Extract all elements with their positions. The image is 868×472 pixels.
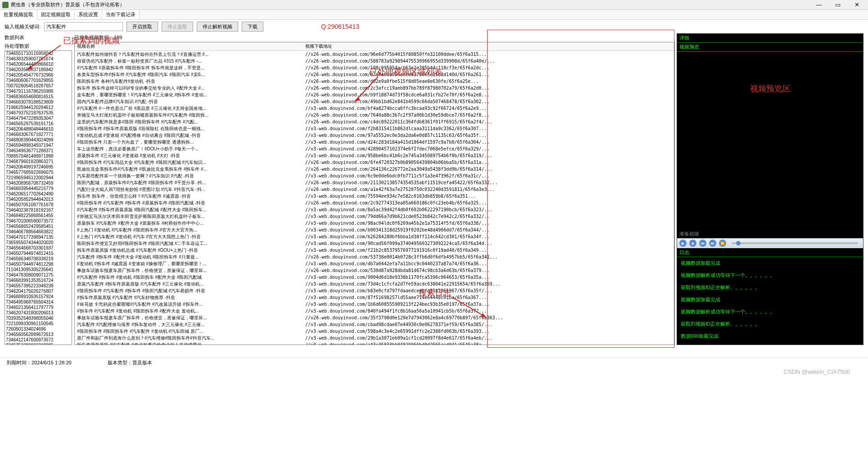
- list-item[interactable]: 7346889910935157924: [5, 294, 72, 300]
- list-item[interactable]: 7346466788564683822: [5, 229, 72, 235]
- next-icon[interactable]: ⏭: [709, 240, 716, 247]
- prev-icon[interactable]: ⏮: [699, 240, 706, 247]
- table-row[interactable]: 原装拆车 #汽车配件 #配件大全 #原装拆车 #村商创作作中中心...//v3-…: [75, 220, 674, 227]
- list-item[interactable]: 7221099330961150545: [5, 321, 72, 327]
- table-row[interactable]: 假冒伪劣汽车配件，标签一贴秒变原厂出品 #315 #汽车配件 -...//v26…: [75, 58, 674, 64]
- list-item[interactable]: 7346205454776732966: [5, 73, 72, 78]
- table-row[interactable]: #陈田拆车件 #汽车用品大全 #汽车配件 #陈田汽配城 #汽车知识...//v2…: [75, 159, 674, 166]
- table-row[interactable]: #陈田拆车件 #汽车配件 #拆车件 #陈田汽配城 #汽车易损件 -抖音//v3-…: [75, 287, 674, 294]
- table-row[interactable]: 汽车配件如何做抖音？汽车配件如何在抖音上引流？#直播运营 #...//v26-w…: [75, 51, 674, 58]
- list-item[interactable]: 7346793752187637535: [5, 110, 72, 116]
- list-item[interactable]: 7346478308009071275: [5, 272, 72, 278]
- table-row[interactable]: 原装拆车件 #三元催化 #变速箱 #发动机 #大灯 -抖音//v3-web.do…: [75, 152, 674, 159]
- list-item[interactable]: 7345753389066930085: [5, 343, 72, 345]
- table-row[interactable]: 车上这些配件，真没必要换原厂！#DOU+小助手 #每天一个...//v3-web…: [75, 145, 674, 152]
- list-item[interactable]: 7346577685922696075: [5, 170, 72, 175]
- table-row[interactable]: 各类车型拆车件#拆车件 #汽车配件 #陈田汽车 #陈田汽车 #卖6....//v…: [75, 71, 674, 78]
- table-row[interactable]: #汽车配件 #拆车件 #发动机 #陈田拆车 #配件大全 #陈田汽配城//v3-w…: [75, 274, 674, 281]
- table-row[interactable]: 拆车件 拆车件，你觉得怎么样？#汽车配件 #减震器 -抖音//v3-web.do…: [75, 193, 674, 200]
- list-item[interactable]: 7346836654680816515: [5, 94, 72, 100]
- list-item[interactable]: 7346206499197246695: [5, 164, 72, 170]
- list-item[interactable]: 7346806067701629855: [5, 78, 72, 83]
- table-row[interactable]: #上热门 #发动机 #汽车配件 #陈田拆车件 #官方大大官方热...//v3-w…: [75, 227, 674, 233]
- list-item[interactable]: 7346551710115958042: [5, 51, 72, 56]
- table-row[interactable]: #拆车件原装原版 #汽车配件 #汽车好物推荐 -抖音//v3-web.douyi…: [75, 294, 674, 301]
- list-item[interactable]: 7110413095305235641: [5, 267, 72, 272]
- list-item[interactable]: 7346594898349371947: [5, 143, 72, 148]
- table-row[interactable]: #奔驰宝马沃尔沃本田丰田雪克萨斯陈田原装大灯机盖叶子板车...//v3-web.…: [75, 213, 674, 220]
- table-row[interactable]: #拆车件 #汽车配件 #发动机 #陈田拆车件 #配件大全 发动机...//v3-…: [75, 308, 674, 314]
- list-item[interactable]: 7346402387818192167: [5, 208, 72, 213]
- table-row[interactable]: 事故车试验车报废车原厂拆车件，价格便宜，质量保证，哪里坏...//v26-web…: [75, 267, 674, 274]
- table-row[interactable]: #发动机总成 #变速箱 #汽配维修 #自动离合 #陈田汽配城 -抖音//v3-w…: [75, 132, 674, 139]
- table-row[interactable]: 凯迪拉克全系拆车件#汽车配件 #凯迪拉克全系拆车件 #拆车件 #...//v26…: [75, 166, 674, 172]
- table-row[interactable]: 这里的汽车配件就是多#陈田 #陈田拆车件 #汽车配件 #汽配...//v26-w…: [75, 118, 674, 125]
- list-item[interactable]: 7346206488048446610: [5, 127, 72, 132]
- table-row[interactable]: 陈田拆车件便宜又好用#陈田拆车件 #陈田汽配城 #二手车蓉运工...//v3-w…: [75, 240, 674, 247]
- list-item[interactable]: 7346349636771288371: [5, 148, 72, 154]
- table-row[interactable]: 原装汽车配件 #拆车件原装原版 #汽车配件 #三元催化 #发动机...//v3-…: [75, 281, 674, 287]
- fwd-icon[interactable]: ⏩: [719, 240, 726, 247]
- table-row[interactable]: 事故车试验车报废车原厂拆车件，价格便宜，质量保证，哪里坏...//v26-web…: [75, 314, 674, 321]
- list-item[interactable]: 7346204175026276807: [5, 289, 72, 294]
- table-row[interactable]: 拆车件 拆车件这样可以吗#专业的事交给专业的人 #配件大全 #...//v26-…: [75, 85, 674, 91]
- player-slider[interactable]: [732, 242, 858, 244]
- list-item[interactable]: 7346560562889672613: [5, 332, 72, 337]
- list-item[interactable]: 7365955074344020020: [5, 240, 72, 245]
- table-row[interactable]: #肖哥故 卡壳鸫皮仿窗喷嘴#汽车配件 #汽改装说升级 #拆车件...//v3-w…: [75, 301, 674, 308]
- list-item[interactable]: 7346683991353516724: [5, 278, 72, 283]
- list-item[interactable]: 7346566348708338219: [5, 256, 72, 262]
- list-item[interactable]: 7088570481489971998: [5, 154, 72, 159]
- list-item[interactable]: 7346683954445215779: [5, 186, 72, 191]
- list-item[interactable]: 7346683078188523809: [5, 100, 72, 105]
- list-item[interactable]: 7346557395223348239: [5, 283, 72, 289]
- table-row[interactable]: #陈田拆车件 只差一个方向盘了，要哪里拆哪里 通通拆拆...//v3-web.d…: [75, 139, 674, 145]
- table-row[interactable]: #陈田拆车件 #拆车件原装原版 #后保险杠 在陈田啥也是一根线...//v3-w…: [75, 125, 674, 132]
- list-item[interactable]: 7346203580837186842: [5, 67, 72, 73]
- list-item[interactable]: 7346205852944842013: [5, 197, 72, 202]
- table-row[interactable]: 陈田拆车件 各种汽车配件#发动机 -抖音//v26-web.douyinvod.…: [75, 78, 674, 85]
- list-item[interactable]: 7346206517702642490: [5, 191, 72, 197]
- tab-batch[interactable]: 批量视频提取: [0, 10, 37, 20]
- table-row[interactable]: #发动机 #拆车件 #减震器 #变速箱 #操修理厂，要哪里拆哪里！...//v3…: [75, 260, 674, 267]
- table-row[interactable]: #陈田拆车件 #汽车配件 #拆车件 #原装拆车件 #陈田汽配城 -抖音//v26…: [75, 200, 674, 206]
- list-item[interactable]: 7346564668703301937: [5, 245, 72, 251]
- list-item[interactable]: 7219965945122002944: [5, 175, 72, 181]
- list-item[interactable]: 7346495968765504314: [5, 300, 72, 305]
- tab-downloads[interactable]: 当前下载记录: [102, 10, 140, 19]
- start-button[interactable]: 开启抓取: [127, 22, 158, 32]
- table-row[interactable]: 原厂件和副厂件到底有什么差别？#汽车维修#陈田拆车件#抖音汽车...//v3-w…: [75, 335, 674, 341]
- table-row[interactable]: 汽配行业大揭入局?用技有妙招 #星图计划 #汽车 #抖音汽车 -抖...//v2…: [75, 186, 674, 193]
- table-row[interactable]: 全车配件，要哪里拆哪里！#汽车配件 #三元催化 #拆车件 #发动...//v26…: [75, 91, 674, 98]
- table-row[interactable]: 奔驰宝马大灯尾灯机盖叶子板前嘴原装拆车件#汽车配件 #陈田拆...//v26-w…: [75, 112, 674, 118]
- stop-button[interactable]: 停止提取: [162, 22, 193, 32]
- table-row[interactable]: 国内汽车配件品牌#汽车知识 #汽配 -抖音//v26-web.douyinvod…: [75, 98, 674, 105]
- table-row[interactable]: 拆车件原装原版 #发动机总成 #汽车配件 #DOU+上热门 -抖音//v3-we…: [75, 247, 674, 254]
- list-item[interactable]: 7346879601820863271: [5, 159, 72, 164]
- tab-fixed[interactable]: 固定视频提取: [37, 10, 75, 19]
- minimize-button[interactable]: —: [810, 0, 828, 9]
- list-item[interactable]: 7346383259007761674: [5, 56, 72, 62]
- table-row[interactable]: 汽车配件 #汽配维修与保养 #拆车发动件，大三元催化 #三元催...//v3-w…: [75, 321, 674, 328]
- list-item[interactable]: 7007028054518287657: [5, 83, 72, 89]
- list-item[interactable]: 7346791116786255986: [5, 89, 72, 94]
- list-item[interactable]: 7346207431800206013: [5, 310, 72, 316]
- list-item[interactable]: 7346479472289353047: [5, 116, 72, 121]
- table-row[interactable]: #汽车配件 #拆车件原装原版 #陈田汽配城 #配件大全 #陈田拆车...//v3…: [75, 206, 674, 213]
- list-item[interactable]: 7346021356411797779: [5, 305, 72, 310]
- download-button[interactable]: 下载: [242, 22, 263, 32]
- table-row[interactable]: #汽车配件 #原装拆车件 #陈田拆车件 拆车件就是这样，不管是...//v26-…: [75, 64, 674, 71]
- list-item[interactable]: 7346507944974812298: [5, 262, 72, 267]
- list-item[interactable]: 7346412147600973572: [5, 337, 72, 343]
- table-row[interactable]: #汽车配件 #一件也是出厂价 #原品质 #三元催化 #支持全国各地...//v3…: [75, 105, 674, 112]
- table-row[interactable]: 拆车件原装原版 #汽车配件 #专业拍事交给专业的人来做求要量...//v3-we…: [75, 341, 674, 345]
- list-item[interactable]: 7346507051087761678: [5, 202, 72, 208]
- id-list[interactable]: 7346551710115958042734638325900776167473…: [5, 50, 72, 345]
- list-item[interactable]: 7346568652429585451: [5, 224, 72, 229]
- table-row[interactable]: 汽车那些配件坏一个就得换一套啊？#汽车知识 #汽配 -抖音//v3-web.do…: [75, 172, 674, 179]
- list-item[interactable]: 7346507944974812415: [5, 251, 72, 256]
- maximize-button[interactable]: ▭: [829, 0, 847, 9]
- close-button[interactable]: ✕: [848, 0, 866, 9]
- list-item[interactable]: 7260501334024696: [5, 327, 72, 332]
- list-item[interactable]: 7039352548398055046: [5, 316, 72, 321]
